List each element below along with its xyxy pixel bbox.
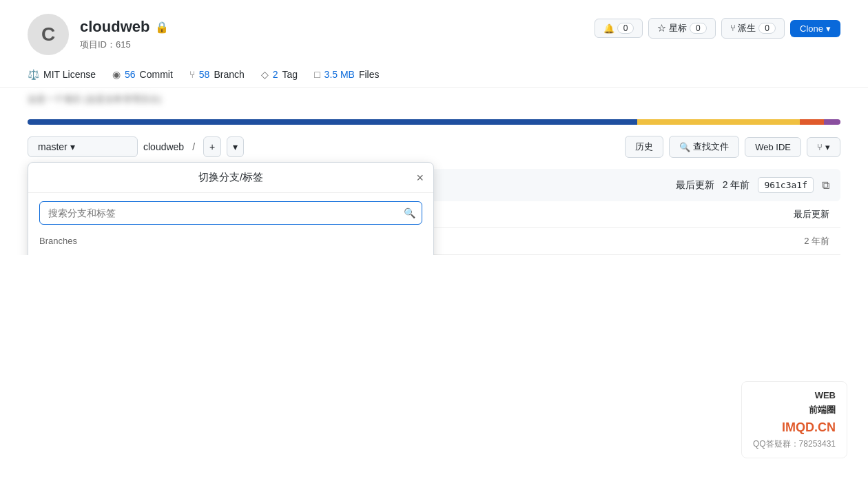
toolbar-right: 历史 🔍 查找文件 Web IDE ⑂ ▾ (625, 136, 840, 158)
history-button[interactable]: 历史 (625, 136, 663, 158)
history-label: 历史 (635, 141, 653, 153)
stat-branches[interactable]: ⑂ 58 Branch (189, 69, 245, 80)
search-icon: 🔍 (679, 142, 690, 152)
repo-name-text: cloudweb (80, 18, 149, 36)
repo-info: cloudweb 🔒 项目ID：615 (80, 18, 169, 51)
star-label: ☆ 星标 (657, 22, 687, 34)
branch-label: Branch (214, 69, 244, 80)
add-file-button[interactable]: + (203, 136, 221, 157)
branch-selector-label: master (38, 141, 68, 152)
files-label: Files (359, 69, 380, 80)
star-button[interactable]: ☆ 星标 0 (648, 18, 715, 39)
lang-segment-yellow (637, 119, 800, 125)
tag-label: Tag (282, 69, 298, 80)
fork-button[interactable]: ⑂ 派生 0 (721, 18, 785, 39)
branch-switch-dropdown: 切换分支/标签 × 🔍 Branches v2.5.3.0v2.5.2.0v2.… (28, 162, 434, 255)
branch-list-item[interactable]: v2.5.3.0 (28, 250, 433, 255)
clone-button[interactable]: Clone ▾ (790, 20, 840, 37)
repo-actions: 🔔 0 ☆ 星标 0 ⑂ 派生 0 Clone ▾ (595, 18, 840, 39)
search-icon: 🔍 (404, 207, 415, 218)
last-update-label: 最后更新 (676, 179, 714, 192)
path-separator: / (192, 141, 195, 152)
dropdown-header: 切换分支/标签 × (28, 163, 433, 193)
repo-name: cloudweb 🔒 (80, 18, 169, 36)
watch-icon: 🔔 (603, 23, 614, 34)
branch-dropdown-icon: ▾ (70, 141, 75, 152)
clone-arrow-icon: ▾ (826, 23, 831, 34)
lang-segment-purple (824, 119, 840, 125)
commit-hash: 961c3a1f (758, 177, 814, 193)
more-arrow-icon: ▾ (825, 142, 830, 152)
commit-label: Commit (140, 69, 173, 80)
header-last-update: 最后更新 (794, 208, 829, 221)
commit-count: 56 (125, 69, 136, 80)
search-wrap: 🔍 (39, 201, 422, 225)
update-time: 2 年前 (723, 179, 750, 192)
branch-icon: ⑂ (189, 69, 195, 80)
find-file-button[interactable]: 🔍 查找文件 (669, 136, 739, 158)
lang-segment-blue (28, 119, 637, 125)
close-icon: × (416, 170, 424, 184)
branch-selector[interactable]: master ▾ (28, 136, 138, 157)
tag-icon: ◇ (261, 69, 269, 80)
avatar: C (28, 14, 69, 55)
license-label: MIT License (43, 69, 96, 80)
file-update-time: 2 年前 (774, 235, 829, 247)
stat-license[interactable]: ⚖️ MIT License (28, 69, 96, 80)
files-size: 3.5 MB (324, 69, 355, 80)
copy-icon[interactable]: ⧉ (822, 179, 829, 192)
lang-segment-red (800, 119, 824, 125)
branch-search-area: 🔍 (28, 193, 433, 233)
star-count: 0 (690, 23, 707, 34)
branch-search-input[interactable] (39, 201, 422, 225)
branch-list: v2.5.3.0v2.5.2.0v2.5.0.0v2.4.12.0v2.4.11… (28, 250, 433, 255)
web-ide-button[interactable]: Web IDE (745, 137, 801, 157)
stat-commits[interactable]: ◉ 56 Commit (112, 69, 173, 80)
watch-count: 0 (617, 23, 634, 34)
web-ide-label: Web IDE (755, 142, 791, 152)
clone-label: Clone (800, 23, 823, 34)
branch-count: 58 (199, 69, 210, 80)
lock-icon: 🔒 (155, 21, 169, 34)
repo-toolbar: master ▾ cloudweb / + ▾ 历史 🔍 查找文件 Web ID… (0, 125, 868, 158)
stat-tags[interactable]: ◇ 2 Tag (261, 69, 298, 80)
find-file-label: 查找文件 (693, 141, 729, 153)
files-icon: □ (314, 69, 320, 80)
more-menu-button[interactable]: ⑂ ▾ (807, 137, 840, 157)
repo-header: C cloudweb 🔒 项目ID：615 🔔 0 ☆ 星标 0 ⑂ 派生 0 … (0, 0, 868, 62)
license-icon: ⚖️ (28, 69, 39, 80)
close-button[interactable]: × (416, 170, 424, 185)
more-icon: ⑂ (817, 142, 823, 152)
branches-label: Branches (28, 233, 433, 250)
stat-files[interactable]: □ 3.5 MB Files (314, 69, 379, 80)
repo-description: 这是一个项目 (这是业务管理后台) (0, 88, 868, 111)
watch-button[interactable]: 🔔 0 (595, 19, 643, 38)
path-root: cloudweb (143, 141, 184, 152)
repo-left: C cloudweb 🔒 项目ID：615 (28, 14, 169, 55)
tag-count: 2 (273, 69, 278, 80)
stats-bar: ⚖️ MIT License ◉ 56 Commit ⑂ 58 Branch ◇… (0, 62, 868, 88)
fork-count: 0 (758, 23, 776, 34)
dropdown-title: 切换分支/标签 (198, 171, 263, 183)
more-options-button[interactable]: ▾ (227, 136, 244, 157)
language-bar (28, 119, 840, 125)
repo-id: 项目ID：615 (80, 39, 169, 51)
commit-icon: ◉ (112, 69, 121, 80)
fork-label: ⑂ 派生 (730, 22, 756, 34)
